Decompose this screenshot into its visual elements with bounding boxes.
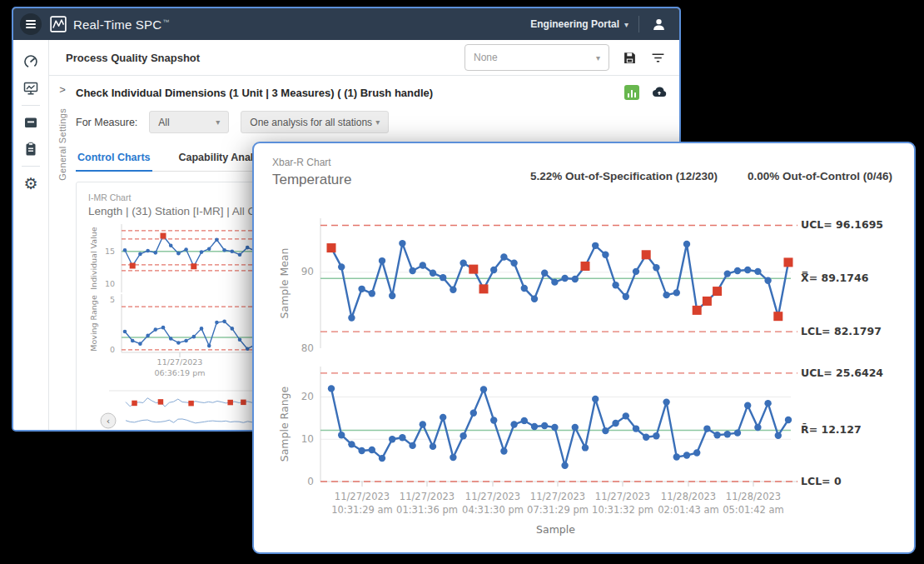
svg-text:10:31:32 pm: 10:31:32 pm — [592, 504, 653, 516]
app-logo-icon — [50, 16, 67, 32]
svg-text:0: 0 — [110, 345, 115, 354]
navbar-divider — [638, 16, 639, 32]
svg-text:80: 80 — [301, 342, 314, 354]
svg-text:Sample Mean: Sample Mean — [278, 248, 291, 319]
chevron-down-icon: ▾ — [216, 117, 220, 127]
sidebar-divider — [22, 105, 40, 106]
out-of-spec-stat: 5.22% Out-of-Specification (12/230) — [530, 170, 718, 182]
app-title: Real-Time SPC™ — [73, 17, 169, 32]
page-header: Process Quality Snapshot None ▾ — [49, 40, 679, 76]
chevron-down-icon: ▾ — [596, 53, 600, 62]
svg-text:10: 10 — [301, 433, 314, 445]
for-measure-label: For Measure: — [76, 117, 137, 128]
svg-text:Individual Value: Individual Value — [89, 227, 98, 290]
save-icon[interactable] — [621, 49, 638, 66]
archive-box-icon[interactable] — [22, 113, 40, 132]
svg-text:11/27/2023: 11/27/2023 — [595, 491, 650, 502]
general-settings-rail: > General Settings — [49, 76, 76, 432]
xbar-chart-type-label: Xbar-R Chart — [272, 157, 351, 168]
svg-text:Sample Range: Sample Range — [278, 386, 291, 462]
section-title: Check Individual Dimensions (1 Unit | 3 … — [76, 87, 433, 99]
svg-text:Sample: Sample — [536, 523, 575, 536]
cloud-download-icon[interactable] — [651, 84, 668, 101]
chevron-down-icon: ▾ — [375, 117, 380, 127]
monitor-chart-icon[interactable] — [22, 79, 40, 97]
svg-text:0: 0 — [307, 476, 314, 487]
hamburger-menu-icon[interactable] — [20, 13, 42, 35]
chevron-down-icon: ▾ — [624, 20, 628, 29]
xbar-chart-title: Temperature — [272, 172, 351, 188]
svg-text:11/27/2023: 11/27/2023 — [465, 491, 520, 502]
analysis-select[interactable]: One analysis for all stations▾ — [241, 111, 389, 133]
rail-label: General Settings — [57, 108, 67, 181]
clipboard-icon[interactable] — [22, 140, 40, 158]
svg-text:UCL= 96.1695: UCL= 96.1695 — [801, 218, 883, 231]
svg-text:Moving Range: Moving Range — [89, 295, 98, 352]
settings-gear-icon[interactable]: ⚙ — [22, 174, 40, 192]
out-of-control-stat: 0.00% Out-of-Control (0/46) — [748, 170, 892, 182]
trademark: ™ — [162, 18, 169, 26]
svg-text:01:31:36 pm: 01:31:36 pm — [396, 504, 458, 516]
screenshot-canvas: Real-Time SPC™ Engineering Portal ▾ — [0, 0, 924, 564]
svg-text:11/27/2023: 11/27/2023 — [530, 491, 585, 502]
sidebar-divider — [22, 166, 40, 167]
tab-control-charts[interactable]: Control Charts — [76, 147, 152, 172]
svg-text:R̄= 12.127: R̄= 12.127 — [801, 423, 862, 436]
user-account-icon[interactable] — [649, 15, 668, 33]
svg-text:20: 20 — [301, 391, 314, 402]
preset-select[interactable]: None ▾ — [464, 44, 609, 71]
svg-text:02:01:43 am: 02:01:43 am — [658, 504, 719, 516]
svg-text:11/28/2023: 11/28/2023 — [726, 491, 781, 502]
svg-text:11/27/2023: 11/27/2023 — [400, 491, 455, 502]
svg-text:LCL= 0: LCL= 0 — [801, 475, 842, 487]
svg-text:LCL= 82.1797: LCL= 82.1797 — [801, 325, 882, 337]
svg-text:07:31:29 pm: 07:31:29 pm — [527, 504, 589, 516]
dashboard-gauge-icon[interactable] — [22, 52, 40, 71]
svg-text:04:31:30 pm: 04:31:30 pm — [462, 504, 524, 516]
page-title: Process Quality Snapshot — [66, 52, 200, 64]
svg-text:06:36:19 pm: 06:36:19 pm — [155, 368, 206, 377]
top-navbar: Real-Time SPC™ Engineering Portal ▾ — [13, 8, 679, 40]
svg-text:11/27/2023: 11/27/2023 — [157, 357, 203, 367]
xbar-r-chart-canvas[interactable]: 8090UCL= 96.1695X̿= 89.1746LCL= 82.1797S… — [258, 192, 912, 548]
portal-dropdown[interactable]: Engineering Portal ▾ — [530, 18, 628, 30]
svg-text:05:01:42 am: 05:01:42 am — [723, 504, 784, 516]
xbar-r-chart-window: Xbar-R Chart Temperature 5.22% Out-of-Sp… — [252, 142, 916, 554]
svg-text:5: 5 — [110, 295, 115, 304]
svg-text:90: 90 — [301, 266, 314, 277]
svg-text:15: 15 — [105, 247, 115, 256]
svg-text:10: 10 — [105, 279, 115, 288]
svg-text:UCL= 25.6424: UCL= 25.6424 — [801, 367, 883, 379]
svg-text:11/27/2023: 11/27/2023 — [335, 491, 390, 502]
svg-text:10:31:29 am: 10:31:29 am — [331, 504, 393, 516]
left-sidebar: ⚙ — [13, 40, 49, 432]
svg-text:X̿= 89.1746: X̿= 89.1746 — [801, 272, 869, 284]
svg-text:‹: ‹ — [107, 416, 110, 427]
measure-select[interactable]: All▾ — [149, 111, 229, 133]
filter-icon[interactable] — [649, 49, 666, 66]
expand-chevron-icon[interactable]: > — [59, 84, 66, 95]
svg-text:11/28/2023: 11/28/2023 — [661, 491, 716, 502]
export-chart-icon[interactable] — [624, 85, 639, 100]
